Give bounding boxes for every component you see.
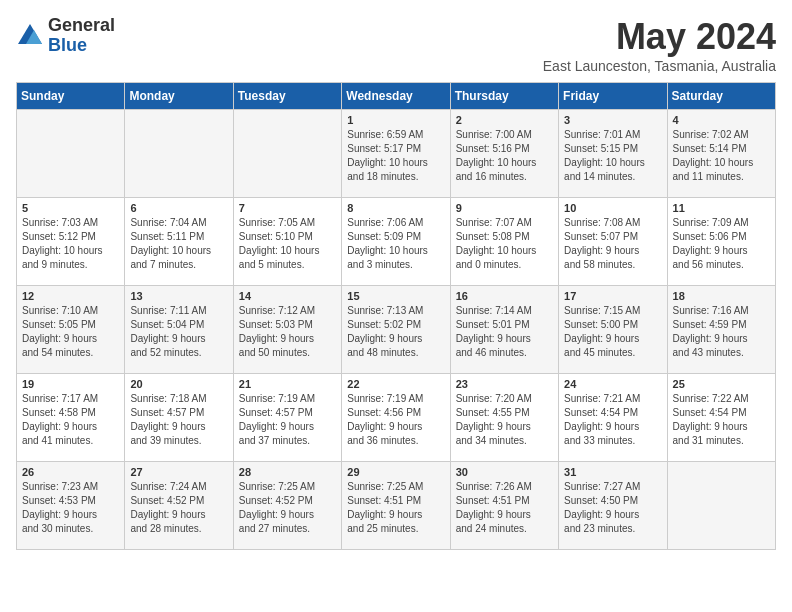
day-number: 8 [347, 202, 444, 214]
calendar-cell: 3Sunrise: 7:01 AM Sunset: 5:15 PM Daylig… [559, 110, 667, 198]
weekday-header-sunday: Sunday [17, 83, 125, 110]
logo: General Blue [16, 16, 115, 56]
calendar-cell: 9Sunrise: 7:07 AM Sunset: 5:08 PM Daylig… [450, 198, 558, 286]
calendar-cell: 24Sunrise: 7:21 AM Sunset: 4:54 PM Dayli… [559, 374, 667, 462]
calendar-cell: 4Sunrise: 7:02 AM Sunset: 5:14 PM Daylig… [667, 110, 775, 198]
day-number: 19 [22, 378, 119, 390]
calendar-cell: 31Sunrise: 7:27 AM Sunset: 4:50 PM Dayli… [559, 462, 667, 550]
calendar-cell: 23Sunrise: 7:20 AM Sunset: 4:55 PM Dayli… [450, 374, 558, 462]
calendar-week-row: 1Sunrise: 6:59 AM Sunset: 5:17 PM Daylig… [17, 110, 776, 198]
day-number: 5 [22, 202, 119, 214]
day-number: 22 [347, 378, 444, 390]
calendar-cell [233, 110, 341, 198]
weekday-header-row: SundayMondayTuesdayWednesdayThursdayFrid… [17, 83, 776, 110]
logo-text: General Blue [48, 16, 115, 56]
day-number: 23 [456, 378, 553, 390]
day-number: 9 [456, 202, 553, 214]
calendar-cell [17, 110, 125, 198]
day-content: Sunrise: 7:22 AM Sunset: 4:54 PM Dayligh… [673, 392, 770, 448]
day-number: 24 [564, 378, 661, 390]
day-content: Sunrise: 7:26 AM Sunset: 4:51 PM Dayligh… [456, 480, 553, 536]
calendar-cell: 2Sunrise: 7:00 AM Sunset: 5:16 PM Daylig… [450, 110, 558, 198]
calendar-cell: 15Sunrise: 7:13 AM Sunset: 5:02 PM Dayli… [342, 286, 450, 374]
day-content: Sunrise: 7:09 AM Sunset: 5:06 PM Dayligh… [673, 216, 770, 272]
day-content: Sunrise: 7:10 AM Sunset: 5:05 PM Dayligh… [22, 304, 119, 360]
day-number: 10 [564, 202, 661, 214]
calendar-cell: 29Sunrise: 7:25 AM Sunset: 4:51 PM Dayli… [342, 462, 450, 550]
day-content: Sunrise: 7:08 AM Sunset: 5:07 PM Dayligh… [564, 216, 661, 272]
calendar-cell: 16Sunrise: 7:14 AM Sunset: 5:01 PM Dayli… [450, 286, 558, 374]
day-number: 16 [456, 290, 553, 302]
calendar-cell: 17Sunrise: 7:15 AM Sunset: 5:00 PM Dayli… [559, 286, 667, 374]
calendar-cell: 30Sunrise: 7:26 AM Sunset: 4:51 PM Dayli… [450, 462, 558, 550]
calendar-cell: 20Sunrise: 7:18 AM Sunset: 4:57 PM Dayli… [125, 374, 233, 462]
calendar-cell [667, 462, 775, 550]
weekday-header-friday: Friday [559, 83, 667, 110]
day-number: 1 [347, 114, 444, 126]
day-content: Sunrise: 7:01 AM Sunset: 5:15 PM Dayligh… [564, 128, 661, 184]
day-content: Sunrise: 7:06 AM Sunset: 5:09 PM Dayligh… [347, 216, 444, 272]
day-content: Sunrise: 7:24 AM Sunset: 4:52 PM Dayligh… [130, 480, 227, 536]
day-content: Sunrise: 7:03 AM Sunset: 5:12 PM Dayligh… [22, 216, 119, 272]
calendar-cell: 22Sunrise: 7:19 AM Sunset: 4:56 PM Dayli… [342, 374, 450, 462]
day-content: Sunrise: 7:21 AM Sunset: 4:54 PM Dayligh… [564, 392, 661, 448]
day-content: Sunrise: 7:19 AM Sunset: 4:56 PM Dayligh… [347, 392, 444, 448]
calendar-cell: 5Sunrise: 7:03 AM Sunset: 5:12 PM Daylig… [17, 198, 125, 286]
day-content: Sunrise: 7:14 AM Sunset: 5:01 PM Dayligh… [456, 304, 553, 360]
calendar-cell: 7Sunrise: 7:05 AM Sunset: 5:10 PM Daylig… [233, 198, 341, 286]
day-number: 14 [239, 290, 336, 302]
day-number: 20 [130, 378, 227, 390]
day-content: Sunrise: 7:25 AM Sunset: 4:51 PM Dayligh… [347, 480, 444, 536]
day-content: Sunrise: 6:59 AM Sunset: 5:17 PM Dayligh… [347, 128, 444, 184]
day-number: 7 [239, 202, 336, 214]
calendar-cell: 28Sunrise: 7:25 AM Sunset: 4:52 PM Dayli… [233, 462, 341, 550]
day-number: 25 [673, 378, 770, 390]
day-number: 29 [347, 466, 444, 478]
day-content: Sunrise: 7:07 AM Sunset: 5:08 PM Dayligh… [456, 216, 553, 272]
calendar-cell: 26Sunrise: 7:23 AM Sunset: 4:53 PM Dayli… [17, 462, 125, 550]
location-text: East Launceston, Tasmania, Australia [543, 58, 776, 74]
day-number: 11 [673, 202, 770, 214]
calendar-cell: 10Sunrise: 7:08 AM Sunset: 5:07 PM Dayli… [559, 198, 667, 286]
calendar-table: SundayMondayTuesdayWednesdayThursdayFrid… [16, 82, 776, 550]
calendar-week-row: 19Sunrise: 7:17 AM Sunset: 4:58 PM Dayli… [17, 374, 776, 462]
calendar-cell: 18Sunrise: 7:16 AM Sunset: 4:59 PM Dayli… [667, 286, 775, 374]
day-number: 27 [130, 466, 227, 478]
day-number: 28 [239, 466, 336, 478]
day-content: Sunrise: 7:16 AM Sunset: 4:59 PM Dayligh… [673, 304, 770, 360]
day-number: 15 [347, 290, 444, 302]
calendar-cell: 21Sunrise: 7:19 AM Sunset: 4:57 PM Dayli… [233, 374, 341, 462]
calendar-cell: 6Sunrise: 7:04 AM Sunset: 5:11 PM Daylig… [125, 198, 233, 286]
weekday-header-saturday: Saturday [667, 83, 775, 110]
day-content: Sunrise: 7:02 AM Sunset: 5:14 PM Dayligh… [673, 128, 770, 184]
calendar-week-row: 12Sunrise: 7:10 AM Sunset: 5:05 PM Dayli… [17, 286, 776, 374]
day-content: Sunrise: 7:13 AM Sunset: 5:02 PM Dayligh… [347, 304, 444, 360]
day-number: 26 [22, 466, 119, 478]
day-number: 3 [564, 114, 661, 126]
calendar-cell [125, 110, 233, 198]
calendar-cell: 19Sunrise: 7:17 AM Sunset: 4:58 PM Dayli… [17, 374, 125, 462]
day-number: 18 [673, 290, 770, 302]
calendar-cell: 14Sunrise: 7:12 AM Sunset: 5:03 PM Dayli… [233, 286, 341, 374]
weekday-header-tuesday: Tuesday [233, 83, 341, 110]
day-number: 21 [239, 378, 336, 390]
calendar-week-row: 5Sunrise: 7:03 AM Sunset: 5:12 PM Daylig… [17, 198, 776, 286]
day-number: 17 [564, 290, 661, 302]
logo-icon [16, 22, 44, 50]
month-title: May 2024 [543, 16, 776, 58]
calendar-cell: 25Sunrise: 7:22 AM Sunset: 4:54 PM Dayli… [667, 374, 775, 462]
day-content: Sunrise: 7:25 AM Sunset: 4:52 PM Dayligh… [239, 480, 336, 536]
calendar-cell: 27Sunrise: 7:24 AM Sunset: 4:52 PM Dayli… [125, 462, 233, 550]
day-content: Sunrise: 7:20 AM Sunset: 4:55 PM Dayligh… [456, 392, 553, 448]
calendar-cell: 13Sunrise: 7:11 AM Sunset: 5:04 PM Dayli… [125, 286, 233, 374]
weekday-header-monday: Monday [125, 83, 233, 110]
day-number: 13 [130, 290, 227, 302]
day-content: Sunrise: 7:23 AM Sunset: 4:53 PM Dayligh… [22, 480, 119, 536]
day-content: Sunrise: 7:00 AM Sunset: 5:16 PM Dayligh… [456, 128, 553, 184]
logo-blue: Blue [48, 35, 87, 55]
day-content: Sunrise: 7:19 AM Sunset: 4:57 PM Dayligh… [239, 392, 336, 448]
day-number: 6 [130, 202, 227, 214]
calendar-cell: 12Sunrise: 7:10 AM Sunset: 5:05 PM Dayli… [17, 286, 125, 374]
day-content: Sunrise: 7:11 AM Sunset: 5:04 PM Dayligh… [130, 304, 227, 360]
calendar-cell: 11Sunrise: 7:09 AM Sunset: 5:06 PM Dayli… [667, 198, 775, 286]
